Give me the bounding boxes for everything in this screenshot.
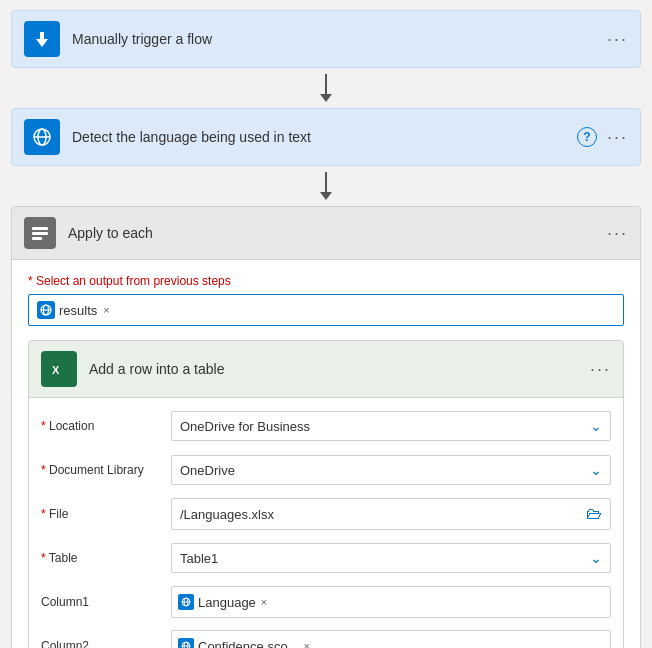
- apply-each-header[interactable]: Apply to each ···: [12, 207, 640, 260]
- results-tag: results ×: [37, 301, 110, 319]
- table-label: Table: [41, 551, 171, 565]
- trigger-title: Manually trigger a flow: [72, 31, 599, 47]
- doc-library-value: OneDrive: [180, 463, 235, 478]
- table-control: Table1 ⌄: [171, 543, 611, 573]
- add-row-card: X Add a row into a table ··· Location On…: [28, 340, 624, 648]
- flow-canvas: Manually trigger a flow ··· Detect the l…: [10, 10, 642, 648]
- arrow-line-1: [325, 74, 327, 94]
- column1-label: Column1: [41, 595, 171, 609]
- apply-each-icon: [24, 217, 56, 249]
- detect-help-icon[interactable]: ?: [577, 127, 597, 147]
- column1-tag-icon: [178, 594, 194, 610]
- folder-icon[interactable]: 🗁: [586, 505, 602, 523]
- results-tag-close[interactable]: ×: [103, 304, 109, 316]
- table-row: Table Table1 ⌄: [41, 540, 611, 576]
- column1-row: Column1: [41, 584, 611, 620]
- detect-actions: ? ···: [577, 127, 628, 148]
- file-value: /Languages.xlsx: [180, 507, 274, 522]
- column2-label: Column2: [41, 639, 171, 648]
- file-row: File /Languages.xlsx 🗁: [41, 496, 611, 532]
- column2-tag: Confidence sco... ×: [178, 638, 310, 648]
- results-tag-input[interactable]: results ×: [28, 294, 624, 326]
- detect-title: Detect the language being used in text: [72, 129, 569, 145]
- doc-library-label: Document Library: [41, 463, 171, 477]
- table-dropdown[interactable]: Table1 ⌄: [171, 543, 611, 573]
- location-dropdown[interactable]: OneDrive for Business ⌄: [171, 411, 611, 441]
- arrow-head-1: [320, 94, 332, 102]
- detect-step[interactable]: Detect the language being used in text ?…: [11, 108, 641, 166]
- location-dropdown-arrow: ⌄: [590, 418, 602, 434]
- apply-each-container: Apply to each ··· * Select an output fro…: [11, 206, 641, 648]
- results-tag-icon: [37, 301, 55, 319]
- svg-text:X: X: [52, 364, 60, 376]
- table-value: Table1: [180, 551, 218, 566]
- column2-control: Confidence sco... ×: [171, 630, 611, 648]
- column1-control: Language ×: [171, 586, 611, 618]
- trigger-step[interactable]: Manually trigger a flow ···: [11, 10, 641, 68]
- trigger-dots-menu[interactable]: ···: [607, 29, 628, 50]
- column1-field[interactable]: Language ×: [171, 586, 611, 618]
- doc-library-dropdown[interactable]: OneDrive ⌄: [171, 455, 611, 485]
- apply-each-title: Apply to each: [68, 225, 607, 241]
- doc-library-dropdown-arrow: ⌄: [590, 462, 602, 478]
- column1-tag: Language ×: [178, 594, 267, 610]
- file-label: File: [41, 507, 171, 521]
- column1-tag-close[interactable]: ×: [261, 596, 267, 608]
- arrow-line-2: [325, 172, 327, 192]
- svg-rect-4: [32, 232, 48, 235]
- column1-tag-label: Language: [198, 595, 256, 610]
- column2-row: Column2: [41, 628, 611, 648]
- svg-rect-3: [32, 227, 48, 230]
- file-field[interactable]: /Languages.xlsx 🗁: [171, 498, 611, 530]
- arrow-1: [320, 68, 332, 108]
- detect-dots-menu[interactable]: ···: [607, 127, 628, 148]
- doc-library-control: OneDrive ⌄: [171, 455, 611, 485]
- apply-each-dots-menu[interactable]: ···: [607, 223, 628, 244]
- arrow-2: [320, 166, 332, 206]
- svg-rect-5: [32, 237, 42, 240]
- trigger-actions: ···: [607, 29, 628, 50]
- location-value: OneDrive for Business: [180, 419, 310, 434]
- location-control: OneDrive for Business ⌄: [171, 411, 611, 441]
- detect-icon: [24, 119, 60, 155]
- svg-point-15: [184, 642, 188, 648]
- apply-each-body: * Select an output from previous steps r…: [12, 260, 640, 648]
- column2-tag-close[interactable]: ×: [303, 640, 309, 648]
- results-tag-label: results: [59, 303, 97, 318]
- column2-tag-icon: [178, 638, 194, 648]
- trigger-icon: [24, 21, 60, 57]
- svg-point-14: [182, 642, 190, 648]
- excel-icon: X: [41, 351, 77, 387]
- add-row-title: Add a row into a table: [89, 361, 590, 377]
- add-row-header[interactable]: X Add a row into a table ···: [29, 341, 623, 398]
- select-output-label: * Select an output from previous steps: [28, 274, 624, 288]
- column2-tag-label: Confidence sco...: [198, 639, 298, 649]
- arrow-head-2: [320, 192, 332, 200]
- location-label: Location: [41, 419, 171, 433]
- doc-library-row: Document Library OneDrive ⌄: [41, 452, 611, 488]
- table-dropdown-arrow: ⌄: [590, 550, 602, 566]
- add-row-dots-menu[interactable]: ···: [590, 359, 611, 380]
- add-row-form: Location OneDrive for Business ⌄ Documen…: [29, 398, 623, 648]
- location-row: Location OneDrive for Business ⌄: [41, 408, 611, 444]
- column2-field[interactable]: Confidence sco... ×: [171, 630, 611, 648]
- file-control: /Languages.xlsx 🗁: [171, 498, 611, 530]
